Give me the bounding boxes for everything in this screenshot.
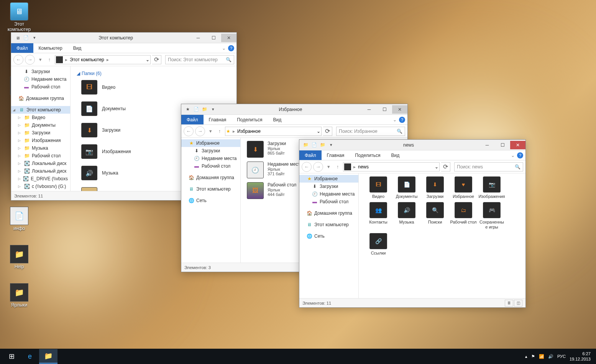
new-folder-icon[interactable]: 📁 <box>319 142 326 149</box>
up-button[interactable]: ↑ <box>334 162 342 172</box>
sidebar-item-local-disk[interactable]: ▷💽Локальный диск <box>11 167 70 175</box>
expand-icon[interactable]: ▷ <box>18 169 22 173</box>
tab-share[interactable]: Поделиться <box>232 115 268 124</box>
minimize-button[interactable]: ─ <box>361 105 377 114</box>
crumb-segment[interactable]: news <box>358 164 369 170</box>
properties-icon[interactable]: 📄 <box>23 34 30 41</box>
sidebar-item-this-pc[interactable]: ◢🖥Этот компьютер <box>11 106 70 114</box>
maximize-button[interactable]: ☐ <box>495 141 510 149</box>
sidebar-item-homegroup[interactable]: 🏠Домашняя группа <box>299 209 358 217</box>
taskbar-explorer-button[interactable]: 📁 <box>39 349 57 364</box>
address-dropdown-icon[interactable]: ⌄ <box>146 57 149 62</box>
back-button[interactable]: ← <box>302 162 312 172</box>
qat-dropdown-icon[interactable]: ▾ <box>328 142 335 149</box>
address-bar[interactable]: ▸news⌄ <box>343 162 440 171</box>
properties-icon[interactable]: 📄 <box>311 142 318 149</box>
sidebar-item-recent[interactable]: 🕘Недавние места <box>181 155 240 162</box>
folder-icon[interactable]: 📁 <box>302 142 309 149</box>
sidebar-item-downloads[interactable]: ▷📁Загрузки <box>11 129 70 137</box>
sidebar-item-network-drive[interactable]: ▷💽E_DRIVE (\\vboxs <box>11 175 70 183</box>
titlebar[interactable]: 🖥 📄 ▾ Этот компьютер ─ ☐ ✕ <box>11 33 236 43</box>
new-folder-icon[interactable]: 📁 <box>201 106 208 113</box>
grid-item[interactable]: 🎞Видео <box>365 176 392 199</box>
qat-dropdown-icon[interactable]: ▾ <box>31 34 38 41</box>
start-button[interactable]: ⊞ <box>2 349 21 364</box>
expand-icon[interactable]: ▷ <box>18 116 22 119</box>
taskbar[interactable]: ⊞ e 📁 ▴ ⚑ 📶 🔊 РУС 6:27 19.12.2013 <box>0 349 596 364</box>
ribbon-expand-icon[interactable]: ⌄ <box>222 46 226 51</box>
taskbar-ie-button[interactable]: e <box>21 349 39 364</box>
tab-home[interactable]: Главная <box>204 115 232 124</box>
sidebar-item-network-drive[interactable]: ▷💽с (\\vboxsrv) (G:) <box>11 183 70 190</box>
sidebar-item-documents[interactable]: ▷📁Документы <box>11 121 70 129</box>
desktop-icon-shortcuts[interactable]: 📁Ярлыки <box>4 283 34 308</box>
tray-overflow-icon[interactable]: ▴ <box>525 354 527 359</box>
grid-item[interactable]: 🔊Музыка <box>393 202 420 230</box>
collapse-icon[interactable]: ◢ <box>77 71 80 76</box>
search-input[interactable]: Поиск: news🔍 <box>454 162 523 171</box>
tab-share[interactable]: Поделиться <box>350 150 386 160</box>
expand-icon[interactable]: ▷ <box>18 177 21 181</box>
sidebar-item-network[interactable]: 🌐Сеть <box>299 232 358 240</box>
sidebar-item-pictures[interactable]: ▷📁Изображения <box>11 137 70 144</box>
content-pane[interactable]: 🎞Видео📄Документы⬇Загрузки♥Избранное📷Изоб… <box>359 173 525 298</box>
recent-locations-button[interactable]: ▾ <box>36 55 44 65</box>
sidebar-item-desktop[interactable]: ▷📁Рабочий стол <box>11 152 70 160</box>
expand-icon[interactable]: ▷ <box>18 146 22 150</box>
refresh-button[interactable]: ⟳ <box>441 162 450 171</box>
expand-icon[interactable]: ▷ <box>18 139 22 142</box>
close-button[interactable]: ✕ <box>392 105 407 114</box>
sidebar-item-downloads[interactable]: ⬇Загрузки <box>11 68 70 75</box>
expand-icon[interactable]: ▷ <box>18 154 22 158</box>
expand-icon[interactable]: ▷ <box>18 184 22 188</box>
grid-item[interactable]: 👥Контакты <box>365 202 392 230</box>
folder-videos[interactable]: 🎞Видео <box>81 80 230 95</box>
forward-button[interactable]: → <box>25 55 35 65</box>
sidebar-item-favorites[interactable]: ★Избранное <box>181 139 240 147</box>
sidebar-item-homegroup[interactable]: 🏠Домашняя группа <box>11 95 70 102</box>
address-dropdown-icon[interactable]: ⌄ <box>435 164 438 170</box>
sidebar-item-recent[interactable]: 🕘Недавние места <box>11 75 70 83</box>
address-dropdown-icon[interactable]: ⌄ <box>317 129 320 134</box>
forward-button[interactable]: → <box>195 126 205 136</box>
expand-icon[interactable]: ▷ <box>18 123 22 127</box>
minimize-button[interactable]: ─ <box>190 34 206 42</box>
group-header-folders[interactable]: ◢Папки (6) <box>77 71 230 76</box>
sidebar-item-downloads[interactable]: ⬇Загрузки <box>181 147 240 155</box>
refresh-button[interactable]: ⟳ <box>152 55 161 64</box>
view-details-button[interactable]: ≣ <box>505 300 513 307</box>
crumb-segment[interactable]: Этот компьютер <box>70 57 104 62</box>
grid-item[interactable]: 📄Документы <box>393 176 420 199</box>
sidebar-item-network[interactable]: 🌐Сеть <box>181 197 240 204</box>
close-button[interactable]: ✕ <box>221 34 236 42</box>
tab-computer[interactable]: Компьютер <box>33 43 68 53</box>
titlebar[interactable]: ★ 📄 📁 ▾ Избранное ─ ☐ ✕ <box>181 104 407 115</box>
ribbon-expand-icon[interactable]: ⌄ <box>511 153 515 158</box>
expand-icon[interactable]: ▷ <box>18 131 22 135</box>
crumb-segment[interactable]: Избранное <box>237 129 261 134</box>
grid-item[interactable]: 🗂Рабочий стол <box>450 202 477 230</box>
flag-icon[interactable]: ⚑ <box>531 354 535 359</box>
nav-pane[interactable]: ★Избранное ⬇Загрузки 🕘Недавние места ▬Ра… <box>299 173 359 298</box>
sidebar-item-favorites[interactable]: ★Избранное <box>299 175 358 183</box>
sidebar-item-local-disk[interactable]: ▷💽Локальный диск <box>11 160 70 167</box>
grid-item[interactable]: 🎮Сохраненные игры <box>478 202 505 230</box>
titlebar[interactable]: 📁 📄 📁 ▾ news ─ ☐ ✕ <box>299 140 525 150</box>
maximize-button[interactable]: ☐ <box>206 34 221 42</box>
sidebar-item-homegroup[interactable]: 🏠Домашняя группа <box>181 174 240 181</box>
sidebar-item-this-pc[interactable]: 🖥Этот компьютер <box>299 221 358 229</box>
desktop-icon-info[interactable]: 📄инфо <box>4 207 34 231</box>
address-bar[interactable]: ★▸Избранное⌄ <box>225 127 322 136</box>
search-input[interactable]: Поиск: Избранное🔍 <box>336 127 405 136</box>
tab-view[interactable]: Вид <box>268 115 287 124</box>
volume-icon[interactable]: 🔊 <box>548 354 553 359</box>
grid-item[interactable]: 🔗Ссылки <box>365 233 392 256</box>
sidebar-item-recent[interactable]: 🕘Недавние места <box>299 190 358 198</box>
maximize-button[interactable]: ☐ <box>377 105 392 114</box>
clock[interactable]: 6:27 19.12.2013 <box>570 351 591 362</box>
ribbon-expand-icon[interactable]: ⌄ <box>393 117 397 122</box>
recent-locations-button[interactable]: ▾ <box>325 162 332 172</box>
sidebar-item-downloads[interactable]: ⬇Загрузки <box>299 183 358 190</box>
sidebar-item-desktop[interactable]: ▬Рабочий стол <box>11 83 70 91</box>
sidebar-item-desktop[interactable]: ▬Рабочий стол <box>181 162 240 170</box>
